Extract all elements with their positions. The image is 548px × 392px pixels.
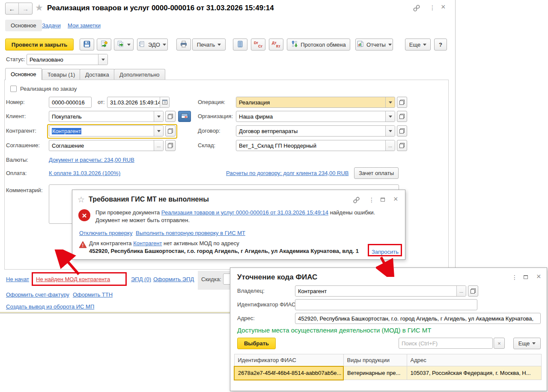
contract-open-button[interactable]: [397, 125, 407, 137]
gis-maximize-icon[interactable]: [381, 198, 385, 202]
epd-link[interactable]: ЭПД (0): [131, 276, 151, 282]
order-checkbox[interactable]: [10, 86, 17, 92]
get-link-icon[interactable]: [413, 4, 420, 12]
dr-cr-button[interactable]: Dr Cr: [251, 39, 265, 50]
back-button[interactable]: ←: [6, 3, 19, 14]
disable-check-link[interactable]: Отключить проверку: [79, 230, 132, 236]
payment-offset-button[interactable]: Зачет оплаты: [354, 167, 399, 179]
doctab-goods[interactable]: Товары (1): [42, 69, 80, 80]
edo-button[interactable]: ЭДО: [137, 39, 168, 50]
close-window-icon[interactable]: ×: [441, 3, 446, 12]
client-field[interactable]: Покупатель: [49, 111, 164, 122]
search-field[interactable]: [399, 338, 493, 349]
annotation-arrow-up: [51, 249, 83, 276]
fias-more-actions-button[interactable]: Еще: [513, 338, 541, 349]
organization-field[interactable]: Наша фирма: [236, 111, 395, 122]
post-document-button[interactable]: [97, 39, 111, 50]
clear-search-button[interactable]: ×: [494, 338, 505, 349]
doctab-delivery[interactable]: Доставка: [80, 69, 115, 80]
more-actions-button[interactable]: Еще: [405, 39, 431, 50]
status-select[interactable]: Реализовано: [27, 54, 108, 65]
epd-create-link[interactable]: Оформить ЭПД: [153, 276, 194, 282]
cell-product-types[interactable]: Ветеринарные пре...: [343, 366, 407, 380]
tab-tasks[interactable]: Задачи: [42, 22, 61, 29]
doctab-main[interactable]: Основное: [5, 68, 42, 80]
favorite-star-icon[interactable]: ★: [35, 3, 43, 13]
settlements-link[interactable]: Расчеты по договору: долг клиента 234,00…: [226, 170, 349, 176]
error-document-link[interactable]: Реализация товаров и услуг 0000-000016 о…: [161, 209, 328, 216]
mod-table-row[interactable]: 2678a2e7-454f-46b4-8514-aabb07ab5e... Ве…: [234, 366, 541, 380]
post-and-close-button[interactable]: Провести и закрыть: [5, 39, 74, 50]
warning-counterparty-link[interactable]: Контрагент: [133, 240, 162, 246]
save-button[interactable]: [80, 39, 94, 50]
gis-get-link-icon[interactable]: [353, 196, 360, 204]
gis-close-icon[interactable]: ×: [393, 195, 398, 204]
dt-kt-button[interactable]: Дт Кт: [269, 39, 283, 50]
client-open-button[interactable]: [165, 111, 176, 122]
favorite-star-outline-icon[interactable]: ☆: [77, 195, 85, 205]
fias-id-label: Идентификатор ФИАС:: [237, 301, 297, 308]
cell-address[interactable]: 105037, Российская Федерация, г. Москва,…: [407, 366, 541, 380]
withdrawal-link[interactable]: Создать вывод из оборота ИС МП: [6, 303, 94, 310]
print-icon-button[interactable]: [176, 39, 191, 50]
organization-dropdown-button[interactable]: [385, 111, 395, 122]
print-button[interactable]: Печать: [192, 39, 226, 50]
register-records-button[interactable]: [233, 39, 247, 50]
exchange-protocol-button[interactable]: Протокол обмена: [287, 39, 350, 50]
mod-section-heading: Доступные места осуществления деятельнос…: [237, 327, 431, 334]
not-started-link[interactable]: Не начат: [6, 276, 29, 282]
organization-open-button[interactable]: [397, 111, 407, 122]
gis-more-menu-icon[interactable]: ⋮: [369, 196, 375, 203]
ttn-link[interactable]: Оформить ТТН: [73, 291, 113, 298]
client-dropdown-button[interactable]: [154, 111, 163, 122]
col-header-fias-id[interactable]: Идентификатор ФИАС: [234, 354, 343, 366]
owner-value: Контрагент: [295, 286, 456, 296]
fias-close-icon[interactable]: ×: [536, 272, 541, 281]
col-header-address[interactable]: Адрес: [407, 354, 541, 366]
owner-ellipsis-button[interactable]: ...: [456, 286, 466, 296]
cell-fias-id[interactable]: 2678a2e7-454f-46b4-8514-aabb07ab5e...: [234, 366, 343, 380]
fias-id-field[interactable]: [295, 299, 477, 310]
calendar-button[interactable]: [160, 97, 169, 107]
payment-card-button[interactable]: [178, 111, 191, 122]
help-button[interactable]: ?: [434, 39, 447, 50]
operation-dropdown-button[interactable]: [385, 97, 395, 107]
doctab-extra[interactable]: Дополнительно: [114, 69, 165, 80]
forward-button[interactable]: →: [19, 3, 32, 14]
operation-field[interactable]: Реализация: [236, 97, 395, 108]
owner-open-button[interactable]: [468, 285, 478, 297]
open-icon: [399, 100, 405, 105]
fias-maximize-icon[interactable]: [524, 275, 528, 279]
search-input[interactable]: [399, 338, 492, 348]
select-mod-button[interactable]: Выбрать: [237, 338, 276, 349]
create-based-on-button[interactable]: [114, 39, 134, 50]
counterparty-open-button[interactable]: [165, 125, 176, 137]
reports-button[interactable]: Отчеты: [355, 39, 393, 50]
number-field[interactable]: 0000-000016: [49, 97, 92, 108]
currencies-link[interactable]: Документ и расчеты: 234,00 RUB: [49, 157, 134, 163]
agreement-ellipsis-button[interactable]: ...: [154, 140, 163, 151]
date-field[interactable]: 31.03.2026 15:49:14: [107, 97, 170, 108]
warehouse-ellipsis-button[interactable]: ...: [385, 140, 395, 151]
counterparty-dropdown-button[interactable]: [154, 126, 163, 136]
agreement-field[interactable]: Соглашение ...: [49, 140, 164, 151]
payment-link[interactable]: К оплате 31.03.2026 (100%): [49, 170, 120, 176]
more-menu-icon[interactable]: ⋮: [429, 4, 435, 11]
invoice-link[interactable]: Оформить счет-фактуру: [6, 291, 69, 298]
counterparty-field[interactable]: Контрагент: [49, 125, 164, 137]
status-dropdown-button[interactable]: [98, 54, 107, 65]
contract-dropdown-button[interactable]: [385, 126, 395, 136]
agreement-open-button[interactable]: [165, 140, 176, 151]
address-field[interactable]: 452920, Республика Башкортостан, г.о. го…: [295, 313, 541, 324]
contract-field[interactable]: Договор ветпрепараты: [236, 125, 395, 137]
col-header-product-types[interactable]: Виды продукции: [343, 354, 407, 366]
warehouse-open-button[interactable]: [397, 140, 407, 151]
tab-my-notes[interactable]: Мои заметки: [68, 22, 101, 29]
status-label: Статус:: [6, 56, 25, 62]
tab-main[interactable]: Основное: [5, 20, 42, 31]
operation-open-button[interactable]: [397, 97, 407, 108]
owner-field[interactable]: Контрагент ...: [295, 285, 466, 297]
fias-more-menu-icon[interactable]: ⋮: [512, 274, 518, 281]
warehouse-field[interactable]: Вет_1_Склад ГП Неордерный ...: [236, 140, 395, 151]
recheck-gis-link[interactable]: Выполнить повторную проверку в ГИС МТ: [136, 230, 245, 236]
